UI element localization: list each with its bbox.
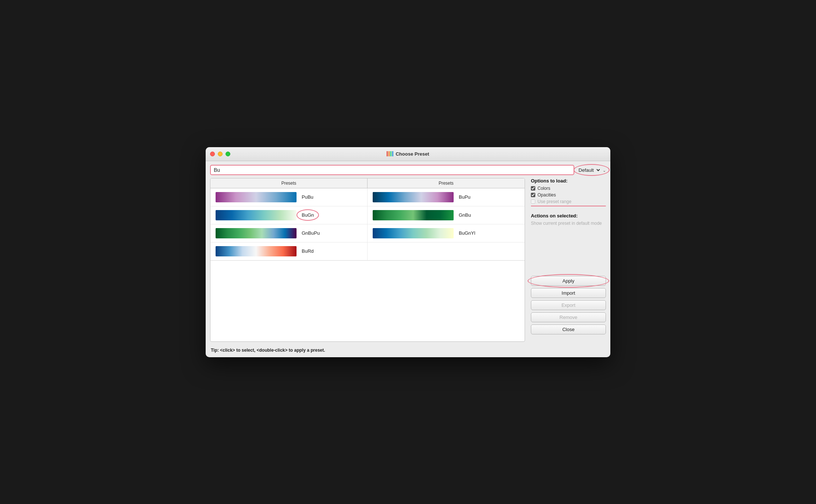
remove-button[interactable]: Remove [531,312,606,322]
toolbar: Default Custom ⌄ [210,165,606,175]
sidebar: Options to load: Colors Opacities Use pr… [525,178,606,342]
content-area: Default Custom ⌄ Presets Presets [206,161,610,357]
preset-cell-gnbupu[interactable]: GnBuPu [210,224,368,242]
preset-name-pubu: PuBu [302,194,313,200]
preset-cell-bupu[interactable]: BuPu [368,188,525,206]
table-header: Presets Presets [210,178,525,188]
option-colors-row: Colors [531,186,606,191]
gradient-bugn [216,210,297,220]
options-section: Options to load: Colors Opacities Use pr… [531,178,606,206]
actions-section: Actions on selected: Show current preset… [531,213,606,227]
gradient-pubu [216,192,297,202]
traffic-lights [210,152,230,156]
close-button[interactable] [210,152,215,156]
option-colors-checkbox[interactable] [531,186,535,191]
actions-buttons: Apply Import Export Remove Close [531,276,606,334]
header-left: Presets [210,178,368,188]
options-underline [531,206,606,206]
action-description: Show current preset in default mode [531,221,606,226]
preset-cell-gnbu[interactable]: GnBu [368,206,525,224]
export-button[interactable]: Export [531,300,606,310]
preset-name-bugnyl: BuGnYl [459,230,475,236]
option-opacities-checkbox[interactable] [531,193,535,197]
option-opacities-row: Opacities [531,192,606,198]
main-window: Choose Preset Default Custom ⌄ Presets [206,147,610,357]
window-title: Choose Preset [387,151,429,157]
dropdown-wrap: Default Custom ⌄ [577,167,606,173]
app-icon [387,151,393,156]
preset-cell-bugnyl[interactable]: BuGnYl [368,224,525,242]
preset-name-gnbupu: GnBuPu [302,230,320,236]
import-button[interactable]: Import [531,288,606,298]
preset-name-bugn: BuGn [302,212,314,218]
option-range-checkbox[interactable] [531,199,535,204]
preset-cell-burd[interactable]: BuRd [210,242,368,260]
search-input[interactable] [210,165,574,175]
table-row: GnBuPu BuGnYl [210,224,525,242]
preset-cell-empty [368,242,525,260]
table-row: BuGn GnBu [210,206,525,224]
header-right: Presets [368,178,525,188]
preset-name-gnbu: GnBu [459,212,471,218]
close-button-sidebar[interactable]: Close [531,324,606,334]
option-range-row: Use preset range [531,199,606,204]
main-area: Presets Presets PuBu BuPu [210,178,606,342]
gradient-bupu [373,192,454,202]
tip-bar: Tip: <click> to select, <double-click> t… [210,345,606,353]
table-row: BuRd [210,242,525,260]
preset-name-bupu: BuPu [459,194,471,200]
options-title: Options to load: [531,178,606,184]
preset-name-burd: BuRd [302,248,314,254]
table-row: PuBu BuPu [210,188,525,206]
option-colors-label: Colors [538,186,550,191]
gradient-burd [216,246,297,256]
presets-table: Presets Presets PuBu BuPu [210,178,525,342]
actions-title: Actions on selected: [531,213,606,219]
apply-button[interactable]: Apply [531,276,606,286]
gradient-gnbu [373,210,454,220]
preset-mode-dropdown[interactable]: Default Custom [577,167,601,173]
gradient-bugnyl [373,228,454,238]
title-bar: Choose Preset [206,147,610,161]
option-range-label: Use preset range [538,199,571,204]
minimize-button[interactable] [218,152,223,156]
gradient-gnbupu [216,228,297,238]
preset-cell-bugn[interactable]: BuGn [210,206,368,224]
table-body: PuBu BuPu BuGn [210,188,525,341]
chevron-icon: ⌄ [603,168,606,173]
preset-cell-pubu[interactable]: PuBu [210,188,368,206]
maximize-button[interactable] [226,152,230,156]
empty-area [210,260,525,341]
search-wrap [210,165,574,175]
option-opacities-label: Opacities [538,192,556,198]
